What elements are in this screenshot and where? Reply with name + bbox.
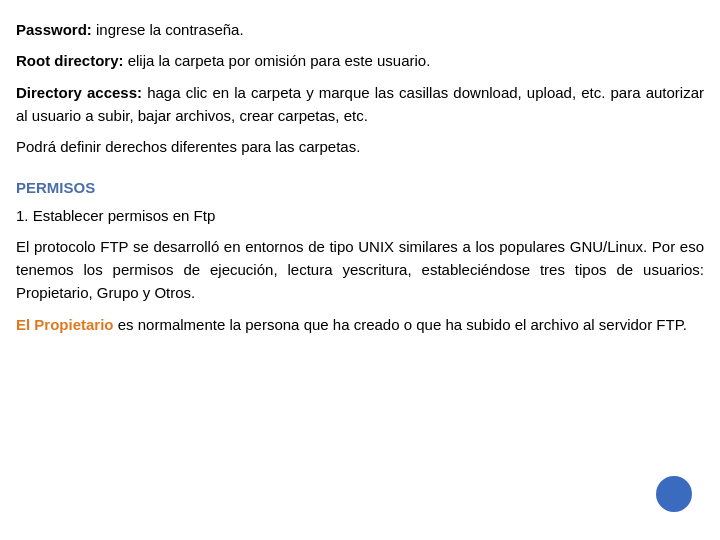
paragraph-derechos: Podrá definir derechos diferentes para l… <box>16 135 704 158</box>
section-title-permisos: PERMISOS <box>16 176 704 199</box>
paragraph-password: Password: ingrese la contraseña. <box>16 18 704 41</box>
root-directory-label: Root directory: <box>16 52 124 69</box>
navigation-dot[interactable] <box>656 476 692 512</box>
root-directory-text: elija la carpeta por omisión para este u… <box>124 52 431 69</box>
propietario-text: es normalmente la persona que ha creado … <box>114 316 687 333</box>
paragraph-root-directory: Root directory: elija la carpeta por omi… <box>16 49 704 72</box>
password-text: ingrese la contraseña. <box>92 21 244 38</box>
paragraph-ftp: El protocolo FTP se desarrolló en entorn… <box>16 235 704 305</box>
propietario-label: El Propietario <box>16 316 114 333</box>
main-content: Password: ingrese la contraseña. Root di… <box>0 0 720 360</box>
derechos-text: Podrá definir derechos diferentes para l… <box>16 138 360 155</box>
paragraph-directory-access: Directory access: haga clic en la carpet… <box>16 81 704 128</box>
section-subtitle: 1. Establecer permisos en Ftp <box>16 204 704 227</box>
password-label: Password: <box>16 21 92 38</box>
paragraph-propietario: El Propietario es normalmente la persona… <box>16 313 704 336</box>
directory-access-label: Directory access: <box>16 84 142 101</box>
